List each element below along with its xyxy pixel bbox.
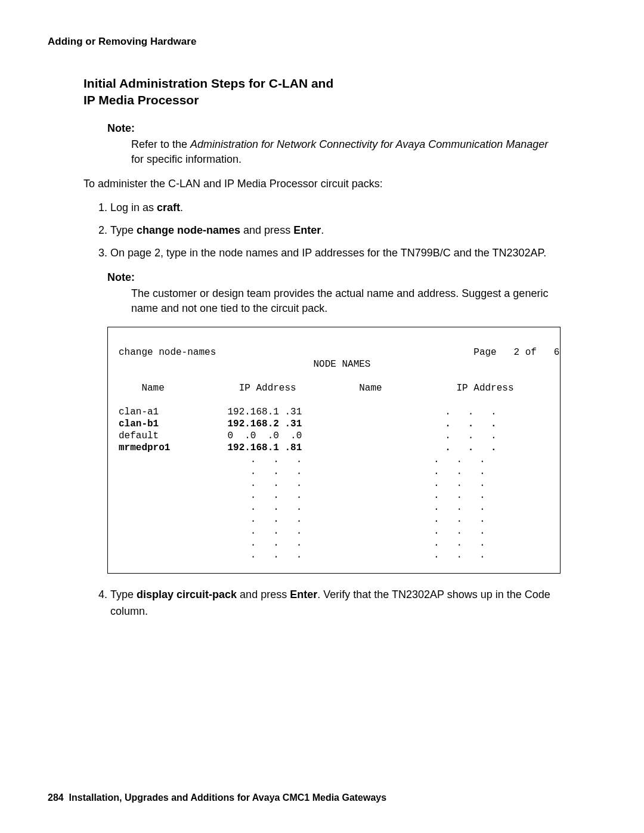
step2-pre: Type bbox=[110, 224, 137, 236]
running-header: Adding or Removing Hardware bbox=[48, 36, 596, 48]
section-title-line1: Initial Administration Steps for C-LAN a… bbox=[83, 76, 333, 90]
term-blank2 bbox=[119, 395, 125, 405]
term-empty2: . . . . . . bbox=[119, 466, 485, 477]
step4-mid: and press bbox=[237, 589, 290, 600]
term-row3: default 0 .0 .0 .0 . . . bbox=[119, 431, 497, 441]
term-row4: mrmedpro1 192.168.1 .81 . . . bbox=[119, 442, 497, 453]
term-row2: clan-b1 192.168.2 .31 . . . bbox=[119, 419, 497, 429]
step1-pre: Log in as bbox=[110, 202, 157, 213]
steps-list-cont: Type display circuit-pack and press Ente… bbox=[83, 587, 561, 620]
step-1: Log in as craft. bbox=[110, 200, 561, 216]
step2-b2: Enter bbox=[293, 224, 321, 236]
page-footer: 284 Installation, Upgrades and Additions… bbox=[48, 792, 386, 803]
section-title: Initial Administration Steps for C-LAN a… bbox=[83, 75, 596, 109]
note1-italic: Administration for Network Connectivity … bbox=[190, 138, 548, 150]
note1-post: for specific information. bbox=[131, 153, 242, 165]
term-empty4: . . . . . . bbox=[119, 490, 485, 501]
term-blank1 bbox=[119, 371, 125, 382]
term-empty7: . . . . . . bbox=[119, 526, 485, 537]
section-title-line2: IP Media Processor bbox=[83, 93, 199, 107]
step-3: On page 2, type in the node names and IP… bbox=[110, 245, 561, 262]
step1-b1: craft bbox=[157, 202, 180, 213]
term-empty8: . . . . . . bbox=[119, 538, 485, 549]
terminal-screen: change node-names Page 2 of 6 NODE NAMES… bbox=[107, 327, 561, 574]
step-2: Type change node-names and press Enter. bbox=[110, 222, 561, 239]
term-empty9: . . . . . . bbox=[119, 550, 485, 561]
note2-label: Note: bbox=[107, 271, 596, 284]
term-line2: NODE NAMES bbox=[119, 359, 370, 370]
step2-mid: and press bbox=[240, 224, 293, 236]
step4-b1: display circuit-pack bbox=[137, 589, 237, 600]
note1-body: Refer to the Administration for Network … bbox=[131, 137, 561, 167]
term-empty5: . . . . . . bbox=[119, 502, 485, 513]
term-header: Name IP Address Name IP Address bbox=[119, 383, 514, 394]
term-row1: clan-a1 192.168.1 .31 . . . bbox=[119, 407, 497, 417]
step2-post: . bbox=[321, 224, 324, 236]
step-4: Type display circuit-pack and press Ente… bbox=[110, 587, 561, 620]
step4-b2: Enter bbox=[290, 589, 317, 600]
term-line1: change node-names Page 2 of 6 bbox=[119, 347, 559, 358]
note1-pre: Refer to the bbox=[131, 138, 190, 150]
footer-page-number: 284 bbox=[48, 792, 64, 803]
note2-body: The customer or design team provides the… bbox=[131, 286, 561, 316]
note1-label: Note: bbox=[107, 122, 596, 135]
term-empty6: . . . . . . bbox=[119, 514, 485, 525]
term-empty1: . . . . . . bbox=[119, 454, 485, 465]
term-empty3: . . . . . . bbox=[119, 478, 485, 489]
steps-list: Log in as craft. Type change node-names … bbox=[83, 200, 561, 262]
footer-text: Installation, Upgrades and Additions for… bbox=[69, 792, 387, 803]
step4-pre: Type bbox=[110, 589, 137, 600]
step1-post: . bbox=[180, 202, 183, 213]
intro-text: To administer the C-LAN and IP Media Pro… bbox=[83, 178, 596, 190]
step2-b1: change node-names bbox=[137, 224, 240, 236]
